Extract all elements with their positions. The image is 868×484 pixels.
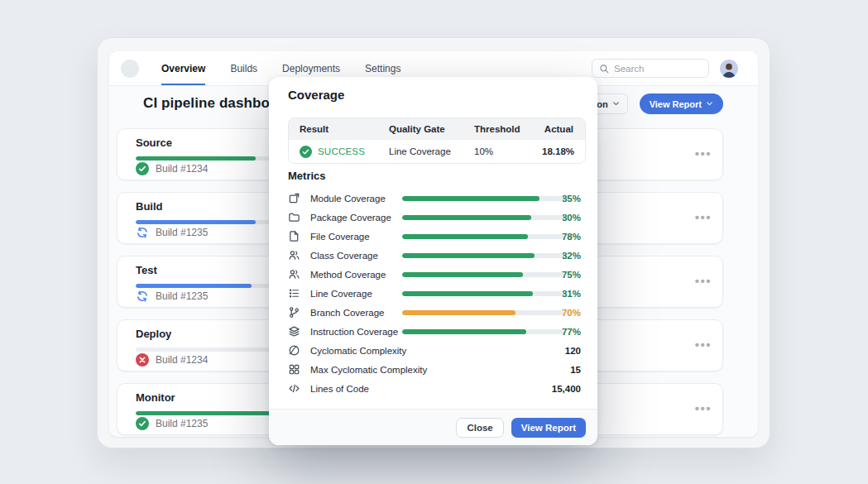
stage-build-label: Build #1235 [156,290,208,302]
metric-label: File Coverage [310,232,370,242]
search-box[interactable] [592,59,709,78]
sync-icon [136,290,149,303]
stage-title: Monitor [136,391,175,404]
stage-build-label: Build #1235 [156,418,208,429]
stage-build-label: Build #1234 [156,163,208,175]
nav-item-overview[interactable]: Overview [161,51,205,85]
x-circle-icon [136,353,149,367]
view-report-button[interactable]: View Report [511,418,586,438]
stage-status: Build #1234 [136,162,208,175]
col-result: Result [289,124,389,134]
metric-row: Lines of Code15,400 [288,379,581,398]
table-header-row: Result Quality Gate Threshold Actual [289,118,585,140]
metric-value: 81% [562,289,581,299]
metric-value: 15,400 [552,384,581,394]
metric-row: Package Coverage80% [288,208,581,227]
metric-value: 75% [562,270,581,280]
close-button[interactable]: Close [456,418,503,438]
metric-value: 78% [562,232,581,242]
metric-progress-bar [402,196,563,201]
metric-progress-bar [402,272,563,277]
quality-gate-table: Result Quality Gate Threshold Actual SUC… [288,117,586,164]
col-actual: Actual [542,124,585,134]
metric-value: 77% [562,327,581,337]
stage-menu-button[interactable]: ••• [695,338,712,352]
stage-status: Build #1235 [136,290,208,303]
code-icon [288,382,301,395]
stage-menu-button[interactable]: ••• [695,210,712,224]
stage-build-label: Build #1234 [156,354,208,366]
metric-label: Cyclomatic Complexity [310,346,406,356]
stage-status: Build #1235 [136,226,208,239]
modal-title: Coverage [288,88,344,102]
coverage-modal: Coverage Result Quality Gate Threshold A… [269,77,597,445]
metric-row: Cyclomatic Complexity120 [288,341,581,360]
avatar[interactable] [720,60,738,78]
chevron-down-icon [706,100,713,108]
view-report-dropdown-button[interactable]: View Report [640,93,723,114]
metric-value: 15 [570,365,581,375]
modal-footer: Close View Report [269,409,597,445]
git-branch-icon [288,306,301,319]
metric-progress-bar [402,310,563,315]
col-quality-gate: Quality Gate [389,124,474,134]
nav-item-builds[interactable]: Builds [230,51,257,85]
check-circle-icon [136,162,149,175]
actual-cell: 18.18% [542,146,586,156]
stage-menu-button[interactable]: ••• [695,401,712,415]
metric-row: File Coverage78% [288,227,581,246]
list-icon [288,287,301,300]
folder-icon [288,211,301,224]
metric-label: Branch Coverage [310,308,385,318]
metric-value: 70% [562,308,581,318]
metric-row: Instruction Coverage77% [288,322,581,341]
stage-build-label: Build #1235 [156,227,208,238]
table-row: SUCCESS Line Coverage 10% 18.18% [289,140,585,163]
metric-row: Class Coverage82% [288,246,581,265]
app-logo [121,60,139,78]
stage-title: Deploy [136,328,171,340]
file-icon [288,230,301,243]
check-circle-icon [300,146,312,158]
metric-value: 82% [562,251,581,261]
sync-icon [136,226,149,239]
metric-row: Branch Coverage70% [288,303,581,322]
stage-status: Build #1234 [136,353,208,367]
metrics-heading: Metrics [288,170,326,182]
result-cell: SUCCESS [289,146,389,158]
stage-status: Build #1235 [136,417,208,430]
metric-row: Method Coverage75% [288,265,581,284]
metric-progress-bar [402,329,563,334]
users-icon [288,249,301,262]
metric-row: Module Coverage85% [288,189,581,208]
stage-menu-button[interactable]: ••• [695,146,712,161]
quality-gate-cell: Line Coverage [389,146,474,156]
stage-title: Build [136,200,163,213]
metric-label: Method Coverage [310,270,386,280]
col-threshold: Threshold [474,124,542,134]
metric-label: Lines of Code [310,384,369,394]
search-input[interactable] [614,64,702,74]
metric-progress-bar [402,215,563,220]
metric-value: 85% [562,194,581,204]
users-icon [288,268,301,281]
chevron-down-icon [612,100,620,108]
metric-label: Instruction Coverage [310,327,398,337]
metric-row: Max Cyclomatic Complexity15 [288,360,581,379]
status-badge: SUCCESS [318,146,365,156]
module-icon [288,192,301,205]
stage-title: Source [136,137,172,149]
stage-menu-button[interactable]: ••• [695,274,712,288]
metric-label: Line Coverage [310,289,372,299]
metric-row: Line Coverage81% [288,284,581,303]
metric-label: Package Coverage [310,213,391,223]
metric-label: Class Coverage [310,251,378,261]
grid-icon [288,363,301,376]
metric-progress-bar [402,291,563,296]
check-circle-icon [136,417,149,430]
stage-title: Test [136,264,157,276]
metric-label: Module Coverage [310,194,386,204]
metric-value: 120 [565,346,581,356]
metric-progress-bar [402,253,563,258]
metric-progress-bar [402,234,563,239]
